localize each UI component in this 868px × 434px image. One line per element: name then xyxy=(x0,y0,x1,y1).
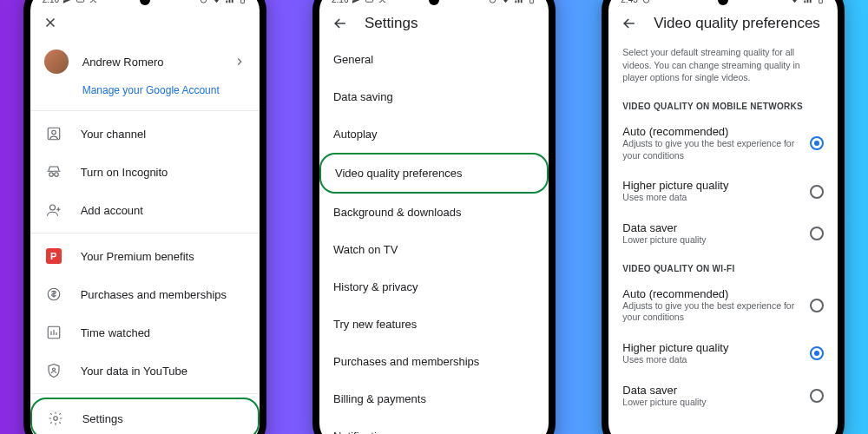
menu-label: Turn on Incognito xyxy=(81,166,168,179)
radio-option[interactable]: Auto (recommended)Adjusts to give you th… xyxy=(608,279,838,332)
shuffle-icon xyxy=(378,0,387,4)
send-icon xyxy=(62,0,72,4)
chevron-right-icon xyxy=(233,56,246,68)
svg-point-23 xyxy=(643,0,648,3)
radio-subtitle: Lower picture quality xyxy=(622,234,799,247)
radio-indicator[interactable] xyxy=(810,136,824,150)
settings-item[interactable]: Video quality preferences xyxy=(319,153,549,194)
back-arrow-icon[interactable] xyxy=(621,15,638,32)
menu-label: Your channel xyxy=(81,128,146,141)
radio-title: Data saver xyxy=(622,221,799,234)
divider xyxy=(30,393,260,394)
card-icon xyxy=(76,0,85,4)
status-time: 2:16 xyxy=(43,0,59,4)
account-name: Andrew Romero xyxy=(82,56,220,69)
radio-title: Auto (recommended) xyxy=(622,125,799,138)
page-title: Settings xyxy=(365,15,418,32)
settings-item[interactable]: Purchases and memberships xyxy=(319,343,549,380)
radio-option[interactable]: Higher picture qualityUses more data xyxy=(608,170,838,213)
settings-item[interactable]: Try new features xyxy=(319,306,549,343)
radio-indicator[interactable] xyxy=(810,185,824,199)
menu-label: Your Premium benefits xyxy=(81,250,194,263)
radio-subtitle: Adjusts to give you the best experience … xyxy=(622,300,799,324)
settings-item[interactable]: Watch on TV xyxy=(319,231,549,268)
radio-indicator[interactable] xyxy=(810,346,824,360)
bar-chart-icon xyxy=(46,325,62,340)
svg-rect-24 xyxy=(819,0,823,3)
incognito-icon xyxy=(46,164,62,180)
radio-group-mobile: Auto (recommended)Adjusts to give you th… xyxy=(608,116,838,255)
settings-list: GeneralData savingAutoplayVideo quality … xyxy=(319,41,549,434)
radio-indicator[interactable] xyxy=(810,299,824,312)
manage-google-account-link[interactable]: Manage your Google Account xyxy=(30,84,260,107)
radio-title: Higher picture quality xyxy=(622,341,799,354)
settings-item[interactable]: Background & downloads xyxy=(319,194,549,231)
radio-subtitle: Uses more data xyxy=(622,192,799,204)
radio-subtitle: Lower picture quality xyxy=(622,397,799,409)
page-title: Video quality preferences xyxy=(654,15,820,32)
alarm-icon xyxy=(641,0,651,4)
menu-label: Time watched xyxy=(81,326,150,339)
card-icon xyxy=(365,0,374,4)
person-add-icon xyxy=(46,202,62,218)
shield-person-icon xyxy=(46,363,62,378)
signal-icon xyxy=(225,0,234,4)
dollar-icon xyxy=(46,286,62,302)
phone-settings-list: 2:16 Settings GeneralData savingAutoplay… xyxy=(312,0,556,434)
back-arrow-icon[interactable] xyxy=(332,15,349,32)
divider xyxy=(30,110,260,111)
svg-rect-2 xyxy=(240,0,244,3)
phone-video-quality: 2:43 Video quality preferences Select yo… xyxy=(602,0,845,434)
radio-option[interactable]: Data saverLower picture quality xyxy=(608,213,838,255)
svg-point-12 xyxy=(53,417,57,421)
settings-item[interactable]: History & privacy xyxy=(319,268,549,306)
status-time: 2:16 xyxy=(332,0,348,4)
menu-your-data[interactable]: Your data in YouTube xyxy=(30,352,260,390)
battery-icon xyxy=(816,0,825,4)
radio-indicator[interactable] xyxy=(810,227,824,240)
settings-item[interactable]: General xyxy=(319,41,549,78)
section-header-mobile: VIDEO QUALITY ON MOBILE NETWORKS xyxy=(608,93,838,116)
battery-icon xyxy=(238,0,247,4)
svg-point-11 xyxy=(52,368,55,371)
page-description: Select your default streaming quality fo… xyxy=(608,41,838,93)
radio-option[interactable]: Data saverLower picture quality xyxy=(608,375,838,418)
svg-rect-19 xyxy=(366,0,373,2)
shuffle-icon xyxy=(89,0,98,4)
account-row[interactable]: Andrew Romero xyxy=(30,39,260,84)
alarm-icon xyxy=(199,0,208,4)
svg-point-1 xyxy=(201,0,206,3)
radio-option[interactable]: Higher picture qualityUses more data xyxy=(608,332,838,375)
svg-point-7 xyxy=(54,173,58,177)
settings-item[interactable]: Autoplay xyxy=(319,115,549,153)
person-box-icon xyxy=(46,126,62,141)
radio-title: Auto (recommended) xyxy=(622,287,799,300)
radio-title: Higher picture quality xyxy=(622,179,799,192)
radio-option[interactable]: Auto (recommended)Adjusts to give you th… xyxy=(608,116,838,170)
svg-point-5 xyxy=(51,130,56,135)
svg-rect-0 xyxy=(77,0,84,2)
close-icon[interactable] xyxy=(43,15,58,30)
radio-group-wifi: Auto (recommended)Adjusts to give you th… xyxy=(608,279,838,418)
svg-point-8 xyxy=(49,205,55,210)
settings-item[interactable]: Data saving xyxy=(319,78,549,115)
menu-label: Settings xyxy=(82,412,123,425)
menu-premium-benefits[interactable]: P Your Premium benefits xyxy=(30,237,260,275)
menu-incognito[interactable]: Turn on Incognito xyxy=(30,153,260,191)
wifi-icon xyxy=(790,0,799,4)
menu-your-channel[interactable]: Your channel xyxy=(30,115,260,153)
phone-account-menu: 2:16 Andrew Romero Manage your Google Ac… xyxy=(23,0,266,434)
settings-item[interactable]: Notifications xyxy=(319,418,549,434)
signal-icon xyxy=(514,0,523,4)
radio-indicator[interactable] xyxy=(810,389,824,403)
wifi-icon xyxy=(501,0,510,4)
alarm-icon xyxy=(488,0,497,4)
menu-label: Add account xyxy=(81,204,143,217)
menu-label: Purchases and memberships xyxy=(81,288,227,301)
menu-time-watched[interactable]: Time watched xyxy=(30,313,260,352)
send-icon xyxy=(352,0,361,4)
menu-add-account[interactable]: Add account xyxy=(30,191,260,229)
settings-item[interactable]: Billing & payments xyxy=(319,380,549,418)
menu-purchases[interactable]: Purchases and memberships xyxy=(30,275,260,313)
menu-settings[interactable]: Settings xyxy=(30,398,260,434)
